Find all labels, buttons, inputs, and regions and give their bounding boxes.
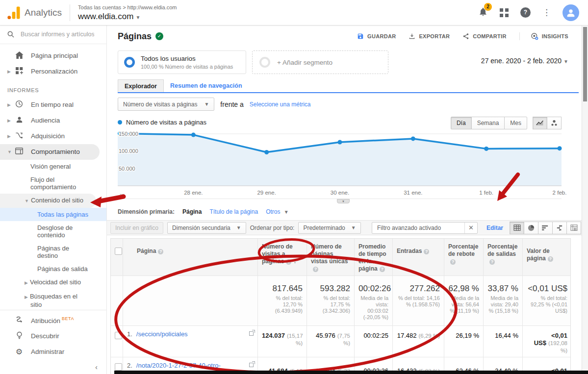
- tabs: Explorador Resumen de navegación: [118, 79, 579, 93]
- column-header-pagina[interactable]: Página?: [123, 239, 258, 275]
- sidebar-item-behavior[interactable]: ▼ Comportamiento: [0, 144, 100, 160]
- page-link[interactable]: /seccion/policiales: [136, 330, 246, 338]
- edit-filter-link[interactable]: Editar: [486, 224, 503, 231]
- topbar: Analytics Todas las cuentas > http://www…: [0, 0, 588, 25]
- sidebar-item-landing-pages[interactable]: Páginas de destino: [0, 242, 93, 262]
- row-checkbox[interactable]: [115, 332, 122, 339]
- remove-filter-icon[interactable]: ✕: [464, 223, 477, 233]
- sidebar-item-attribution[interactable]: AtribuciónBETA: [0, 312, 106, 328]
- data-view-button[interactable]: [510, 222, 524, 234]
- clock-icon: [15, 100, 24, 109]
- motion-chart-view-button[interactable]: [547, 117, 562, 129]
- help-tooltip-icon[interactable]: ?: [158, 249, 163, 254]
- apps-grid-icon[interactable]: [500, 8, 509, 17]
- segment-ring-icon: [124, 57, 135, 68]
- help-tooltip-icon[interactable]: ?: [380, 267, 385, 272]
- help-tooltip-icon[interactable]: ?: [489, 259, 495, 265]
- more-options-icon[interactable]: ⋮: [542, 7, 551, 18]
- sidebar-item-site-speed[interactable]: ▶Velocidad del sitio: [0, 275, 106, 290]
- svg-text:100.000: 100.000: [119, 148, 138, 154]
- performance-view-button[interactable]: [538, 222, 553, 234]
- sidebar-nav: Página principal ▶ Personalización INFOR…: [0, 44, 106, 310]
- select-all-checkbox[interactable]: [115, 248, 122, 255]
- chart-x-scrollbar[interactable]: ▼: [118, 199, 562, 203]
- avatar[interactable]: [562, 4, 579, 21]
- sidebar-item-personalization[interactable]: ▶ Personalización: [0, 64, 106, 79]
- granularity-month-button[interactable]: Mes: [504, 117, 527, 129]
- svg-text:1 feb.: 1 feb.: [479, 190, 493, 196]
- chart-scroll-handle[interactable]: ▼: [337, 199, 350, 203]
- help-icon[interactable]: ?: [520, 7, 531, 18]
- customization-icon: [15, 67, 24, 76]
- help-tooltip-icon[interactable]: ?: [548, 256, 553, 262]
- vertical-scrollbar[interactable]: [582, 25, 588, 374]
- sidebar-item-behavior-flow[interactable]: Flujo del comportamiento: [0, 173, 86, 194]
- product-name: Analytics: [25, 7, 62, 18]
- sidebar-item-discover[interactable]: Descubrir: [0, 328, 106, 344]
- sidebar-item-acquisition[interactable]: ▶ Adquisición: [0, 128, 106, 144]
- dimension-pagina[interactable]: Página: [182, 208, 202, 215]
- sort-type-dropdown[interactable]: Predeterminado▼: [298, 222, 360, 234]
- help-tooltip-icon[interactable]: ?: [286, 259, 291, 265]
- total-time: 00:02:26: [358, 284, 388, 294]
- segment-all-users[interactable]: Todos los usuarios 100,00 % Número de vi…: [118, 50, 246, 74]
- sidebar-item-exit-pages[interactable]: Páginas de salida: [0, 262, 106, 275]
- share-button[interactable]: COMPARTIR: [462, 33, 507, 40]
- help-tooltip-icon[interactable]: ?: [313, 267, 318, 272]
- sidebar-item-audience[interactable]: ▶ Audiencia: [0, 113, 106, 128]
- dimension-otros[interactable]: Otros ▼: [266, 208, 289, 215]
- account-switcher[interactable]: Todas las cuentas > http://www.eldia.com…: [78, 5, 177, 21]
- sidebar-item-realtime[interactable]: ▶ En tiempo real: [0, 97, 106, 113]
- help-tooltip-icon[interactable]: ?: [450, 259, 456, 265]
- tab-resumen-navegacion[interactable]: Resumen de navegación: [164, 79, 249, 92]
- column-header-entradas[interactable]: Entradas?: [393, 239, 444, 275]
- secondary-dimension-dropdown[interactable]: Dimensión secundaria▼: [167, 222, 246, 234]
- row-checkbox[interactable]: [115, 363, 122, 371]
- granularity-week-button[interactable]: Semana: [471, 117, 505, 129]
- sidebar-item-overview[interactable]: Visión general: [0, 160, 106, 173]
- sidebar-item-admin[interactable]: ⚙ Administrar: [0, 344, 106, 359]
- behavior-icon: [15, 148, 24, 156]
- percentage-view-button[interactable]: [524, 222, 538, 234]
- scrollbar-thumb[interactable]: [583, 27, 587, 101]
- table-row[interactable]: 1./seccion/policiales124.037(15,17 %)45.…: [111, 326, 570, 357]
- expand-icon: ▶: [7, 102, 11, 107]
- tab-explorador[interactable]: Explorador: [118, 79, 164, 92]
- sort-desc-icon: ↓: [293, 258, 296, 265]
- sidebar-item-home[interactable]: Página principal: [0, 48, 106, 64]
- column-header-salidas[interactable]: Porcentaje de salidas?: [484, 239, 523, 275]
- table-totals-row: 817.645% del total: 12,70 % (6.439.949) …: [111, 276, 570, 326]
- column-header-rebote[interactable]: Porcentaje de rebote?: [444, 239, 484, 275]
- add-segment-button[interactable]: + Añadir segmento: [252, 50, 388, 74]
- sidebar-item-site-search[interactable]: ▶Búsquedas en el sitio: [0, 290, 88, 310]
- column-header-valor[interactable]: Valor de página?: [523, 239, 571, 275]
- sidebar-item-site-content[interactable]: ▼Contenido del sitio: [0, 194, 96, 208]
- sidebar-item-content-drilldown[interactable]: Desglose de contenido: [0, 221, 93, 242]
- metric-selector-dropdown[interactable]: Número de visitas a páginas▼: [118, 98, 214, 111]
- save-button[interactable]: GUARDAR: [357, 33, 396, 40]
- sidebar-item-all-pages[interactable]: Todas las páginas: [0, 208, 106, 221]
- svg-text:150.000: 150.000: [119, 131, 138, 137]
- search-input[interactable]: [21, 31, 94, 38]
- column-header-visitas[interactable]: Número de visitas a páginas?↓: [258, 239, 307, 275]
- column-header-promedio[interactable]: Promedio de tiempo en la página?: [355, 239, 393, 275]
- column-header-vistas-unicas[interactable]: Número de páginas vistas únicas?: [307, 239, 355, 275]
- notifications-bell-icon[interactable]: 2: [478, 6, 488, 19]
- select-metric-link[interactable]: Seleccione una métrica: [250, 101, 311, 108]
- save-icon: [357, 33, 364, 40]
- plot-rows-button[interactable]: Incluir en gráfico: [110, 222, 163, 234]
- pivot-view-button[interactable]: [566, 222, 581, 234]
- external-link-icon[interactable]: [249, 331, 254, 336]
- insights-button[interactable]: INSIGHTS: [519, 32, 568, 40]
- chevron-down-icon: ▼: [236, 225, 241, 230]
- line-chart-view-button[interactable]: [533, 117, 547, 129]
- granularity-day-button[interactable]: Día: [451, 117, 472, 129]
- date-range-selector[interactable]: 27 ene. 2020 - 2 feb. 2020▼: [481, 57, 568, 65]
- export-button[interactable]: EXPORTAR: [409, 33, 450, 40]
- sidebar-collapse-button[interactable]: ‹: [0, 359, 106, 374]
- dimension-titulo[interactable]: Título de la página: [209, 208, 258, 215]
- help-tooltip-icon[interactable]: ?: [424, 249, 429, 254]
- external-link-icon[interactable]: [249, 363, 254, 367]
- metric-row: Número de visitas a páginas▼ frente a Se…: [118, 98, 588, 111]
- comparison-view-button[interactable]: [552, 222, 567, 234]
